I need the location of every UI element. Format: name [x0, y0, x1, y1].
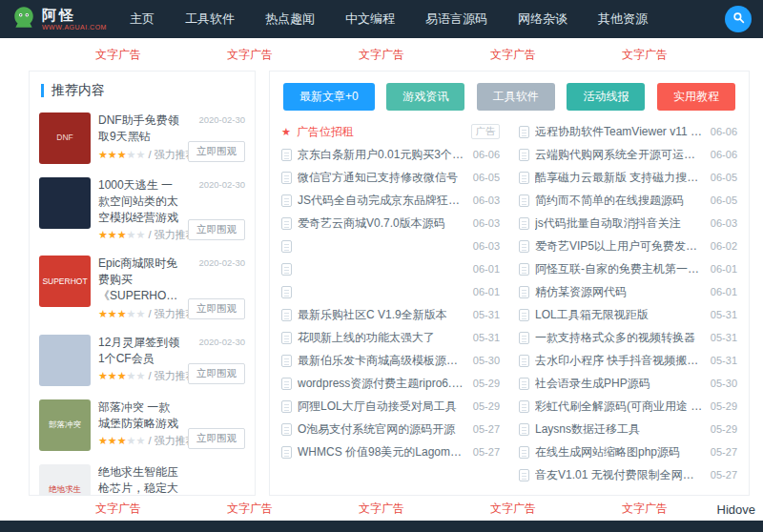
recommended-item[interactable]: 12月灵犀签到领1个CF会员 ★★★★★ / 强力推荐 2020-02-30 立… [30, 328, 255, 393]
article-title[interactable]: WHMCS 价值98美元的Lagom模板开源 [298, 444, 467, 460]
view-button[interactable]: 立即围观 [188, 298, 245, 319]
article-row[interactable]: 社会语录生成PHP源码 05-30 [519, 372, 737, 395]
view-button[interactable]: 立即围观 [188, 428, 245, 449]
article-row[interactable]: O泡易支付系统官网的源码开源 05-27 [281, 418, 500, 440]
article-title[interactable]: 阿狸LOL大厅自动接受对局工具 [298, 399, 467, 415]
article-row[interactable]: 云端购代购网系统全开源可运营程序搭建 06-06 [519, 143, 737, 166]
article-title[interactable]: 花呗新上线的功能太强大了 [298, 330, 467, 346]
category-tab[interactable]: 工具软件 [477, 83, 555, 111]
article-row[interactable]: 音友V1.01 无视付费限制全网音乐无损免 05-27 [519, 463, 737, 486]
article-row[interactable]: 酷享磁力云最新版 支持磁力搜索下载和一 06-05 [519, 166, 737, 189]
item-title[interactable]: 绝地求生智能压枪芯片，稳定大号使用，永久免费 [98, 464, 180, 496]
article-row[interactable]: 京东白条新用户0.01元购买3个月爱奇艺黄 06-06 [281, 143, 500, 166]
article-row[interactable]: 最新伯乐发卡商城高级模板源码 双后门 05-30 [281, 349, 500, 372]
article-row[interactable]: wordpress资源付费主题ripro6.7含美化包 05-29 [281, 372, 500, 395]
article-title[interactable]: 阿怪互联-自家的免费主机第一代正式上线 [535, 261, 705, 277]
text-ad-link[interactable]: 文字广告 [359, 501, 404, 517]
item-title[interactable]: 1000天逃生 一款空间站类的太空模拟经营游戏 [98, 177, 180, 225]
category-tab[interactable]: 最新文章+0 [283, 83, 375, 111]
article-row[interactable]: 简约而不简单的在线搜题源码 06-05 [519, 189, 737, 212]
article-row[interactable]: 远程协助软件TeamViewer v11 单文件版 06-06 [519, 120, 737, 143]
article-title[interactable]: 一款支持格式众多的视频转换器 [535, 330, 705, 346]
article-title[interactable]: 精仿某资源网代码 [535, 284, 705, 300]
item-title[interactable]: DNF助手免费领取9天黑钻 [98, 113, 180, 145]
article-row[interactable]: Laysns数据迁移工具 05-29 [519, 418, 737, 440]
article-row[interactable]: LOL工具箱无限视距版 05-31 [519, 303, 737, 326]
article-row[interactable]: 在线生成网站缩略图php源码 05-27 [519, 440, 737, 463]
nav-item[interactable]: 易语言源码 [425, 10, 487, 28]
thumbnail[interactable]: SUPERHOT [39, 256, 91, 307]
thumbnail[interactable] [39, 177, 91, 229]
recommended-item[interactable]: SUPERHOT Epic商城限时免费购买《SUPERHOT》游戏 ★★★★★ … [30, 249, 255, 327]
article-title[interactable]: js代码批量自动取消抖音关注 [535, 215, 705, 232]
article-row[interactable]: ★ 广告位招租 广告 [281, 120, 500, 143]
text-ad-link[interactable]: 文字广告 [490, 47, 536, 63]
article-title[interactable]: 最新伯乐发卡商城高级模板源码 双后门 [298, 353, 467, 369]
article-title[interactable]: 社会语录生成PHP源码 [535, 376, 705, 392]
article-title[interactable]: JS代码全自动完成京东品牌狂欢城活动任务 [298, 193, 467, 209]
category-tab[interactable]: 活动线报 [567, 83, 645, 111]
article-title[interactable]: 爱奇艺云商城V0.7.0版本源码 [298, 215, 467, 232]
article-row[interactable]: 阿怪互联-自家的免费主机第一代正式上线 06-01 [519, 257, 737, 280]
article-row[interactable]: 爱奇艺VIP5以上用户可免费发爱奇艺VIP红包 06-02 [519, 235, 737, 257]
nav-item[interactable]: 其他资源 [598, 10, 648, 28]
item-title[interactable]: Epic商城限时免费购买《SUPERHOT》游戏 [98, 256, 180, 303]
search-button[interactable] [725, 6, 752, 32]
recommended-item[interactable]: 1000天逃生 一款空间站类的太空模拟经营游戏 ★★★★★ / 强力推荐 202… [30, 171, 255, 249]
article-row[interactable]: WHMCS 价值98美元的Lagom模板开源 05-27 [281, 440, 500, 463]
thumbnail[interactable] [39, 335, 91, 386]
article-title[interactable]: LOL工具箱无限视距版 [535, 307, 705, 323]
item-title[interactable]: 部落冲突 一款城堡防策略游戏 [98, 399, 180, 432]
text-ad-link[interactable]: 文字广告 [95, 47, 141, 63]
recommended-item[interactable]: 绝地求生 绝地求生智能压枪芯片，稳定大号使用，永久免费 ★★★★★ / 强力推荐… [30, 458, 255, 496]
article-row[interactable]: 阿狸LOL大厅自动接受对局工具 05-29 [281, 395, 500, 418]
article-title[interactable]: 去水印小程序 快手抖音视频搬运工上热门 [535, 353, 705, 369]
nav-item[interactable]: 中文编程 [345, 10, 395, 28]
article-title[interactable]: 最新乐购社区C V1.9全新版本 [298, 307, 467, 323]
article-title[interactable]: 云端购代购网系统全开源可运营程序搭建 [535, 147, 705, 163]
thumbnail[interactable]: 部落冲突 [39, 399, 91, 451]
recommended-item[interactable]: 部落冲突 部落冲突 一款城堡防策略游戏 ★★★★★ / 强力推荐 立即围观 [30, 393, 255, 458]
article-title[interactable]: 京东白条新用户0.01元购买3个月爱奇艺黄 [298, 147, 467, 163]
text-ad-link[interactable]: 文字广告 [622, 47, 668, 63]
article-row[interactable]: JS代码全自动完成京东品牌狂欢城活动任务 06-03 [281, 189, 500, 212]
nav-item[interactable]: 网络杂谈 [518, 10, 567, 28]
text-ad-link[interactable]: 文字广告 [227, 501, 273, 517]
article-row[interactable]: 06-03 [281, 235, 500, 257]
thumbnail[interactable]: 绝地求生 [39, 464, 91, 496]
nav-item[interactable]: 热点趣闻 [265, 10, 315, 28]
recommended-item[interactable]: DNF DNF助手免费领取9天黑钻 ★★★★★ / 强力推荐 2020-02-3… [30, 106, 255, 171]
article-title[interactable]: 酷享磁力云最新版 支持磁力搜索下载和一 [535, 170, 705, 186]
article-row[interactable]: 06-01 [281, 257, 500, 280]
text-ad-link[interactable]: 文字广告 [359, 47, 404, 63]
nav-item[interactable]: 主页 [130, 10, 155, 28]
article-title[interactable]: 彩虹代刷全解源码(可商业用途 防黑) [535, 399, 705, 415]
text-ad-link[interactable]: 文字广告 [622, 501, 668, 517]
article-title[interactable]: 广告位招租 [297, 124, 354, 140]
article-title[interactable]: 简约而不简单的在线搜题源码 [535, 193, 705, 209]
item-title[interactable]: 12月灵犀签到领1个CF会员 [98, 335, 180, 367]
article-title[interactable]: 爱奇艺VIP5以上用户可免费发爱奇艺VIP红包 [535, 238, 705, 255]
text-ad-link[interactable]: 文字广告 [227, 47, 273, 63]
article-title[interactable]: 远程协助软件TeamViewer v11 单文件版 [535, 124, 705, 140]
category-tab[interactable]: 实用教程 [657, 83, 735, 111]
article-title[interactable]: O泡易支付系统官网的源码开源 [298, 421, 467, 438]
article-title[interactable]: wordpress资源付费主题ripro6.7含美化包 [298, 376, 467, 392]
article-row[interactable]: js代码批量自动取消抖音关注 06-03 [519, 212, 737, 235]
article-row[interactable]: 最新乐购社区C V1.9全新版本 05-31 [281, 303, 500, 326]
text-ad-link[interactable]: 文字广告 [490, 501, 536, 517]
article-row[interactable]: 精仿某资源网代码 06-01 [519, 280, 737, 303]
thumbnail[interactable]: DNF [39, 113, 91, 164]
article-row[interactable]: 爱奇艺云商城V0.7.0版本源码 06-03 [281, 212, 500, 235]
view-button[interactable]: 立即围观 [188, 141, 245, 162]
article-title[interactable]: Laysns数据迁移工具 [535, 421, 705, 438]
article-title[interactable]: 音友V1.01 无视付费限制全网音乐无损免 [535, 467, 705, 483]
article-row[interactable]: 去水印小程序 快手抖音视频搬运工上热门 05-31 [519, 349, 737, 372]
article-title[interactable]: 微信官方通知已支持修改微信号 [298, 170, 467, 186]
site-logo[interactable]: 阿怪 WWW.AGUAI.COM [11, 5, 107, 33]
text-ad-link[interactable]: 文字广告 [95, 501, 141, 517]
view-button[interactable]: 立即围观 [188, 363, 245, 384]
article-row[interactable]: 微信官方通知已支持修改微信号 06-05 [281, 166, 500, 189]
category-tab[interactable]: 游戏资讯 [386, 83, 464, 111]
article-title[interactable]: 在线生成网站缩略图php源码 [535, 444, 705, 460]
